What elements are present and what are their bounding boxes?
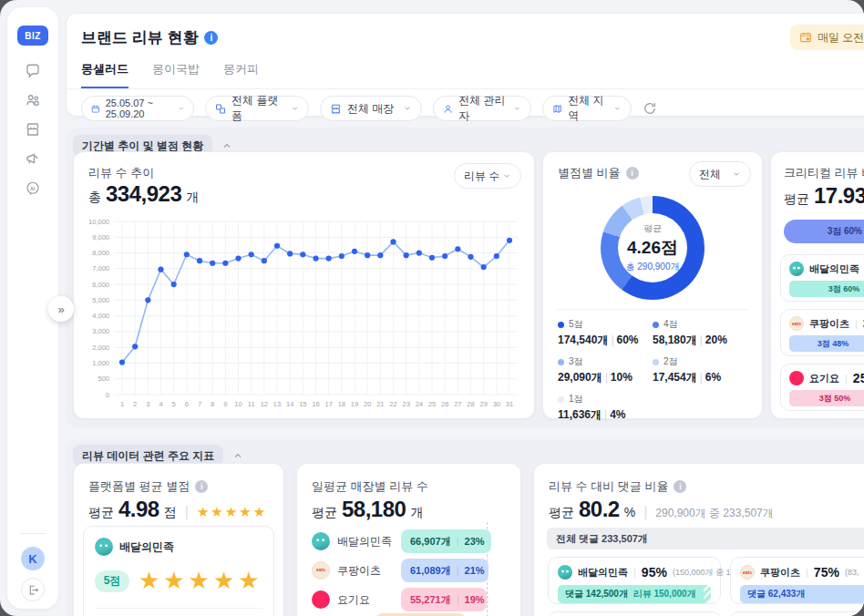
avg-label: 평균 [88, 505, 114, 521]
total-review-count: 334,923 [106, 181, 181, 207]
daily-review-row: 배달의민족66,907개|23% [312, 529, 491, 553]
logout-icon[interactable] [21, 578, 45, 601]
review-trend-card: 리뷰 수 추이 총 334,923 개 리뷰 수 05001,0002,0003… [73, 151, 535, 419]
star-ratio-donut-chart: 평균 4.26점 총 290,900개 [601, 196, 705, 300]
calendar-icon [91, 103, 100, 115]
reply-ratio-card: 리뷰 수 대비 댓글 비율 i 평균 80.2 % | 290,900개 중 2… [533, 463, 864, 616]
info-icon[interactable]: i [204, 31, 218, 45]
legend-count: 58,180개 [653, 334, 697, 346]
reply-bar-fill: 댓글 62,433개 [740, 585, 864, 603]
legend-value-row: 17,454개|6% [653, 370, 747, 385]
critical-main-bar-segment: 3점 60% [784, 220, 864, 243]
user-avatar[interactable]: K [21, 547, 45, 570]
info-icon[interactable]: i [195, 480, 208, 493]
svg-text:15: 15 [299, 400, 306, 408]
info-icon[interactable]: i [674, 480, 686, 493]
review-percent: 23% [465, 536, 485, 547]
platform-name: 쿠팡이츠 [809, 317, 849, 331]
legend-value-row: 11,636개|4% [558, 407, 653, 423]
star-legend-item: 3점29,090개|10% [558, 355, 653, 385]
platform-name: 요기요 [337, 592, 394, 608]
chevron-down-icon [502, 171, 511, 180]
legend-count: 29,090개 [558, 371, 602, 384]
chevron-down-icon [732, 169, 741, 179]
critical-review-card: 크리티컬 리뷰 비율 평균 17.93 % 3점 60% 배달의민족|40.3점… [770, 151, 864, 419]
avg-label: 평균 [549, 505, 574, 521]
critical-platform-row: 요기요|25.2%3점 50% [780, 364, 864, 411]
separator: | [806, 567, 808, 578]
legend-separator: | [697, 371, 705, 384]
divider [95, 608, 262, 609]
reply-card-header: 쿠팡이츠|75%(83, [740, 565, 864, 580]
critical-row-header: 쿠팡이츠|34.5 [789, 316, 864, 331]
svg-text:20: 20 [364, 400, 371, 408]
manager-filter[interactable]: 전체 관리자 [433, 96, 531, 121]
chevron-up-icon[interactable] [232, 450, 243, 461]
filter-bar: 25.05.07 ~ 25.09.20 전체 플랫폼 전체 매장 전체 관리자 [81, 96, 657, 121]
platform-stars: ★★★★★ [139, 567, 263, 595]
platform-filter[interactable]: 전체 플랫폼 [205, 96, 309, 121]
critical-row-bar-fill: 3점 48% [789, 335, 864, 352]
svg-text:1: 1 [120, 400, 124, 408]
critical-row-bar: 3점 48% [789, 335, 864, 352]
svg-text:1,000: 1,000 [92, 359, 109, 367]
refresh-icon[interactable] [643, 101, 657, 116]
store-filter[interactable]: 전체 매장 [320, 96, 422, 121]
coupang-logo [789, 316, 804, 331]
sidebar-divider [20, 533, 46, 534]
sidebar-expand-button[interactable]: » [48, 296, 74, 322]
total-reply-bar: 전체 댓글 233,507개 [547, 528, 864, 549]
critical-avg-value: 17.93 [814, 183, 864, 209]
platform-name: 쿠팡이츠 [760, 566, 800, 580]
platform-name: 요기요 [809, 372, 839, 385]
members-icon[interactable] [24, 91, 42, 109]
section-metrics: 리뷰 데이터 관련 주요 지표 플랫폼별 평균 별점 i 평균 4.98 점 |… [66, 439, 864, 616]
reply-percent: 75% [814, 565, 839, 580]
svg-text:28: 28 [467, 400, 474, 408]
legend-label-row: 3점 [558, 355, 653, 368]
trend-metric-value: 리뷰 수 [464, 169, 499, 184]
baemin-logo [312, 532, 330, 550]
region-filter[interactable]: 전체 지역 [542, 96, 632, 121]
reply-avg-detail: 290,900개 중 233,507개 [655, 506, 773, 521]
svg-text:8: 8 [211, 400, 214, 408]
yogiyo-logo [789, 371, 804, 385]
svg-text:10,000: 10,000 [88, 218, 109, 226]
svg-text:500: 500 [98, 375, 109, 383]
reply-card-header: 배달의민족|95%(150,000개 중 142,500개) [558, 565, 711, 580]
review-percent: 21% [465, 565, 485, 576]
legend-dot [653, 359, 659, 365]
legend-label: 1점 [569, 393, 583, 406]
svg-text:3: 3 [146, 400, 149, 408]
date-range-filter[interactable]: 25.05.07 ~ 25.09.20 [81, 96, 194, 121]
tab-mong-coffee[interactable]: 몽커피 [223, 61, 259, 88]
star-ratio-card: 별점별 비율 i 전체 평균 4.26점 총 290,900개 5점174,54… [542, 151, 763, 419]
tab-mongi-gukbap[interactable]: 몽이국밥 [152, 61, 200, 88]
reply-platform-card: 배달의민족|95%(150,000개 중 142,500개)댓글 142,500… [548, 557, 721, 604]
daily-review-row: 요기요55,271개|19% [312, 588, 487, 611]
legend-dot [653, 322, 659, 328]
chevron-down-icon [513, 104, 521, 113]
chat-icon[interactable] [24, 62, 42, 80]
svg-text:27: 27 [454, 400, 461, 408]
ai-chat-icon[interactable]: AI [24, 180, 42, 198]
daily-review-row: 쿠팡이츠61,089개|21% [312, 559, 489, 582]
platform-rating-title: 플랫폼별 평균 별점 [88, 478, 190, 495]
tab-mong-salad[interactable]: 몽샐러드 [81, 61, 129, 88]
review-count: 리뷰 150,000개 [633, 588, 696, 601]
legend-percent: 4% [610, 408, 625, 421]
svg-text:0: 0 [106, 391, 109, 399]
megaphone-icon[interactable] [24, 149, 42, 168]
star-ratio-dropdown[interactable]: 전체 [689, 161, 751, 187]
trend-metric-dropdown[interactable]: 리뷰 수 [454, 163, 521, 189]
chevron-up-icon[interactable] [221, 140, 232, 151]
svg-text:6: 6 [185, 400, 189, 408]
header-card: 브랜드 리뷰 현황 i 매일 오전 10시, 전 몽샐러드 몽이국밥 몽커피 2… [66, 13, 864, 117]
svg-text:14: 14 [286, 400, 293, 408]
legend-percent: 10% [611, 371, 633, 384]
svg-text:12: 12 [261, 400, 268, 408]
store-icon[interactable] [24, 120, 42, 139]
svg-text:30: 30 [493, 400, 500, 408]
info-icon[interactable]: i [626, 167, 639, 180]
reply-platform-card: 쿠팡이츠|75%(83,댓글 62,433개 [730, 557, 864, 604]
